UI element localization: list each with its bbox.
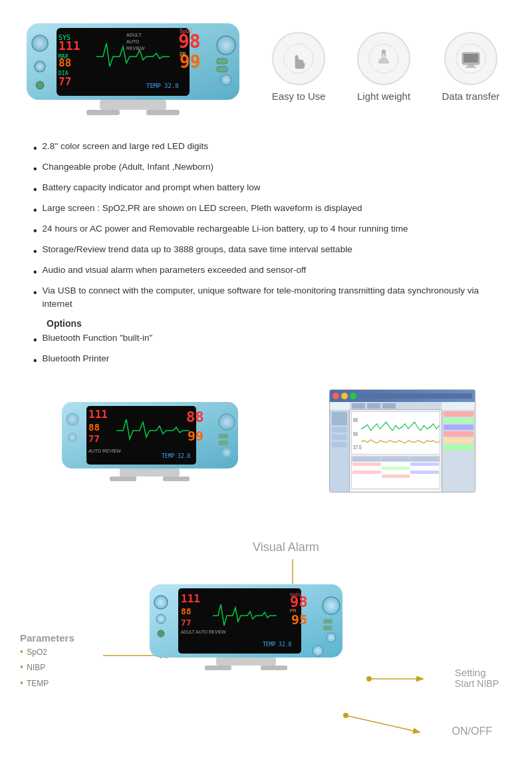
svg-rect-88 <box>261 666 287 670</box>
features-row: Easy to Use Light weight <box>259 32 512 102</box>
svg-text:TEMP 32.8: TEMP 32.8 <box>162 453 191 459</box>
svg-point-80 <box>158 630 164 637</box>
parameters-list: • SpO2 • NIBP • TEMP <box>20 644 49 691</box>
svg-rect-83 <box>323 626 332 630</box>
svg-text:88: 88 <box>186 409 204 425</box>
svg-text:SpO2: SpO2 <box>290 592 302 598</box>
svg-text:111: 111 <box>88 408 108 421</box>
diagram-device: 98 95 111 88 77 ADULT AUTO REVIEW TEMP 3… <box>146 579 346 685</box>
svg-point-79 <box>156 614 166 624</box>
svg-rect-86 <box>216 658 276 666</box>
svg-point-85 <box>313 646 323 656</box>
svg-point-17 <box>35 61 45 72</box>
bullet-icon: • <box>33 140 37 156</box>
data-transfer-label: Data transfer <box>442 91 500 102</box>
list-item: • 24 hours or AC power and Removable rec… <box>33 222 499 239</box>
svg-rect-23 <box>100 100 166 110</box>
svg-text:TEMP 32.8: TEMP 32.8 <box>146 83 179 89</box>
bullet-icon: • <box>33 285 37 301</box>
bullet-icon: • <box>33 182 37 198</box>
svg-text:ADULT AUTO REVIEW: ADULT AUTO REVIEW <box>181 630 226 634</box>
svg-rect-21 <box>217 67 227 72</box>
svg-point-45 <box>66 413 79 426</box>
svg-text:ADULT: ADULT <box>126 33 142 37</box>
svg-text:88: 88 <box>181 606 192 616</box>
svg-text:96: 96 <box>353 430 358 437</box>
bullet-icon: • <box>33 353 37 369</box>
list-item: • Battery capacity indicator and prompt … <box>33 181 499 198</box>
svg-text:77: 77 <box>88 433 100 444</box>
svg-text:95: 95 <box>291 612 307 628</box>
feature-light-weight: Light weight <box>357 32 410 102</box>
svg-rect-48 <box>219 434 228 439</box>
svg-rect-34 <box>467 65 474 67</box>
svg-text:37.5: 37.5 <box>353 443 362 450</box>
svg-point-47 <box>219 414 235 430</box>
easy-to-use-icon <box>272 32 325 85</box>
svg-point-81 <box>323 597 340 614</box>
software-screenshot: 86 96 37.5 <box>329 389 475 492</box>
svg-text:PR: PR <box>290 608 297 613</box>
svg-rect-24 <box>86 110 120 115</box>
svg-point-84 <box>327 633 336 642</box>
svg-rect-20 <box>217 59 227 64</box>
svg-point-65 <box>366 676 372 681</box>
svg-rect-51 <box>120 469 180 477</box>
svg-point-46 <box>68 433 77 442</box>
bullet-icon: • <box>33 332 37 348</box>
svg-text:77: 77 <box>59 75 71 88</box>
svg-rect-53 <box>163 477 190 481</box>
top-section: 98 99 SYS 111 MAP 88 DIA 77 SpO2 PR TEMP… <box>0 0 532 126</box>
list-item: • Changeable probe (Adult, Infant ,Newbo… <box>33 160 499 177</box>
feature-easy-to-use: Easy to Use <box>272 32 326 102</box>
svg-text:REVIEW: REVIEW <box>126 46 145 51</box>
easy-to-use-label: Easy to Use <box>272 91 326 102</box>
bullet-icon: • <box>33 264 37 280</box>
svg-rect-25 <box>146 110 180 115</box>
features-list: • 2.8" color screen and large red LED di… <box>33 140 499 311</box>
svg-text:111: 111 <box>59 39 80 53</box>
svg-text:SpO2: SpO2 <box>180 29 192 35</box>
svg-text:77: 77 <box>181 618 192 628</box>
data-transfer-icon <box>444 32 497 85</box>
parameters-label: Parameters <box>20 632 74 644</box>
svg-text:88: 88 <box>59 57 71 69</box>
list-item: • Storage/Review trend data up to 3888 g… <box>33 243 499 260</box>
bullet-icon: • <box>33 161 37 177</box>
svg-rect-49 <box>219 441 228 445</box>
on-off-label: ON/OFF <box>452 725 492 737</box>
svg-text:PR: PR <box>180 52 186 58</box>
bullet-icon: • <box>33 202 37 218</box>
list-item: • Bluetooth Printer <box>33 352 499 369</box>
bullet-icon: • <box>33 244 37 260</box>
list-item: • 2.8" color screen and large red LED di… <box>33 140 499 156</box>
features-list-section: • 2.8" color screen and large red LED di… <box>0 126 532 383</box>
svg-point-22 <box>221 75 231 85</box>
svg-rect-35 <box>466 67 476 68</box>
options-title: Options <box>47 318 499 329</box>
middle-images-section: 88 99 111 88 77 TEMP 32.8 AUTO REVIEW <box>0 383 532 506</box>
svg-rect-33 <box>464 54 478 63</box>
list-item: • Large screen : SpO2,PR are shown on LE… <box>33 202 499 218</box>
device-image-top: 98 99 SYS 111 MAP 88 DIA 77 SpO2 PR TEMP… <box>20 13 246 120</box>
svg-text:99: 99 <box>188 428 203 444</box>
svg-line-62 <box>346 715 419 732</box>
list-item: • Audio and visual alarm when parameters… <box>33 264 499 280</box>
feature-data-transfer: Data transfer <box>442 32 500 102</box>
visual-alarm-label: Visual Alarm <box>253 540 319 554</box>
svg-text:88: 88 <box>88 422 100 433</box>
svg-point-50 <box>222 448 231 457</box>
svg-point-26 <box>284 44 313 73</box>
bullet-icon: • <box>33 223 37 239</box>
svg-point-19 <box>217 36 235 55</box>
light-weight-label: Light weight <box>357 91 410 102</box>
device-image-mid: 88 99 111 88 77 TEMP 32.8 AUTO REVIEW <box>57 394 243 487</box>
diagram-container: Visual Alarm Parameters • SpO2 • NIBP • … <box>0 526 532 759</box>
light-weight-icon-circle <box>357 32 410 85</box>
svg-point-16 <box>32 35 48 51</box>
svg-rect-82 <box>323 619 332 624</box>
svg-point-30 <box>382 50 386 54</box>
list-item: • Bluetooth Function "built-in" <box>33 331 499 348</box>
svg-text:TEMP 32.8: TEMP 32.8 <box>263 642 292 648</box>
svg-rect-52 <box>110 477 136 481</box>
